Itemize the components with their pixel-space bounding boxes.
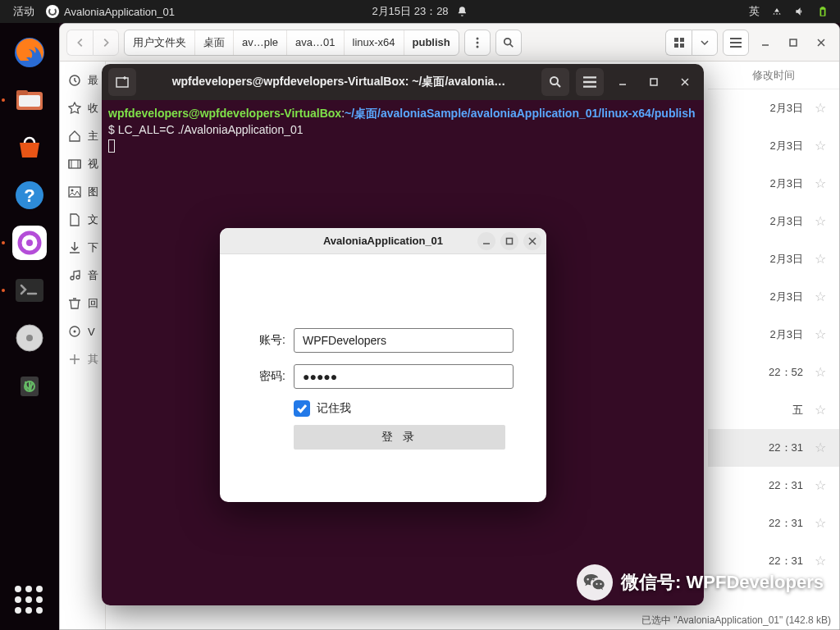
terminal-close-button[interactable] <box>673 70 697 94</box>
svg-rect-20 <box>680 38 684 42</box>
svg-text:?: ? <box>24 185 34 206</box>
files-maximize-button[interactable] <box>782 31 805 54</box>
show-applications-button[interactable] <box>15 586 44 615</box>
network-icon[interactable] <box>771 6 783 17</box>
terminal-cursor <box>108 139 115 153</box>
app-close-button[interactable] <box>523 232 541 250</box>
file-row[interactable]: 2月3日☆ <box>708 89 839 127</box>
files-close-button[interactable] <box>810 31 833 54</box>
login-button[interactable]: 登 录 <box>294 425 505 450</box>
gnome-top-bar: 活动 AvaloniaApplication_01 2月15日 23：28 英 <box>0 0 840 23</box>
sidebar-disk[interactable]: V <box>60 317 105 345</box>
battery-icon[interactable] <box>817 6 829 17</box>
star-icon[interactable]: ☆ <box>815 477 826 493</box>
volume-icon[interactable] <box>794 6 806 17</box>
file-date: 22：31 <box>769 441 803 455</box>
hamburger-menu-button[interactable] <box>723 30 749 56</box>
svg-point-17 <box>476 45 478 48</box>
file-row[interactable]: 2月3日☆ <box>708 316 839 354</box>
sidebar-recent[interactable]: 最 <box>60 66 105 94</box>
remember-me-checkbox[interactable] <box>294 400 310 417</box>
sidebar-pictures[interactable]: 图 <box>60 178 105 206</box>
star-icon[interactable]: ☆ <box>815 100 826 116</box>
dock-terminal[interactable] <box>8 269 51 312</box>
account-input[interactable] <box>294 328 514 353</box>
files-minimize-button[interactable] <box>754 31 777 54</box>
dock-software[interactable] <box>8 126 51 169</box>
terminal-minimize-button[interactable] <box>610 70 635 94</box>
view-grid-button[interactable] <box>665 30 692 56</box>
sidebar-other[interactable]: 其 <box>60 345 105 373</box>
app-minimize-button[interactable] <box>477 232 495 250</box>
file-row[interactable]: 2月3日☆ <box>708 240 839 278</box>
file-row[interactable]: 2月3日☆ <box>708 165 839 203</box>
file-row[interactable]: 2月3日☆ <box>708 278 839 316</box>
svg-point-8 <box>26 240 33 246</box>
star-icon[interactable]: ☆ <box>815 251 826 267</box>
svg-rect-3 <box>19 95 40 107</box>
sidebar-trash[interactable]: 回 <box>60 290 105 317</box>
file-date: 2月3日 <box>770 252 803 267</box>
file-date: 22：31 <box>769 478 803 493</box>
terminal-maximize-button[interactable] <box>641 70 666 94</box>
star-icon[interactable]: ☆ <box>815 515 826 531</box>
dock-help[interactable]: ? <box>8 174 51 217</box>
file-row[interactable]: 五☆ <box>708 391 839 429</box>
view-dropdown-button[interactable] <box>692 30 718 56</box>
sidebar-music[interactable]: 音 <box>60 262 105 290</box>
svg-point-27 <box>71 189 74 192</box>
sidebar-documents[interactable]: 文 <box>60 206 105 234</box>
terminal-headerbar: wpfdevelopers@wpfdevelopers-VirtualBox: … <box>102 64 704 100</box>
file-date: 22：31 <box>769 516 803 531</box>
dock-disc[interactable] <box>8 317 51 359</box>
star-icon[interactable]: ☆ <box>815 440 826 455</box>
file-row[interactable]: 22：31☆ <box>708 467 839 504</box>
file-row[interactable]: 22：31☆ <box>708 504 839 542</box>
input-language-indicator[interactable]: 英 <box>749 4 760 19</box>
file-row[interactable]: 22：52☆ <box>708 354 839 391</box>
app-maximize-button[interactable] <box>500 232 518 250</box>
files-statusbar: 已选中 "AvaloniaApplication_01" (142.8 kB) <box>641 611 831 629</box>
search-button[interactable] <box>495 30 522 56</box>
dock-firefox[interactable] <box>8 31 51 74</box>
file-row[interactable]: 22：31☆ <box>708 429 839 467</box>
star-icon[interactable]: ☆ <box>815 289 826 304</box>
star-icon[interactable]: ☆ <box>815 213 826 229</box>
sidebar-home[interactable]: 主 <box>60 122 105 150</box>
star-icon[interactable]: ☆ <box>815 402 826 418</box>
crumb-1[interactable]: 桌面 <box>195 30 234 55</box>
star-icon[interactable]: ☆ <box>815 176 826 191</box>
crumb-0[interactable]: 用户文件夹 <box>125 30 195 55</box>
notification-bell-icon[interactable] <box>457 6 468 17</box>
file-date: 2月3日 <box>770 214 803 229</box>
activities-button[interactable]: 活动 <box>13 4 34 19</box>
file-row[interactable]: 2月3日☆ <box>708 203 839 240</box>
nav-forward-button[interactable] <box>93 30 119 56</box>
crumb-2[interactable]: av…ple <box>234 30 287 55</box>
column-modified-header[interactable]: 修改时间 <box>708 62 839 89</box>
crumb-5[interactable]: publish <box>404 30 459 55</box>
svg-rect-23 <box>790 39 797 46</box>
dock-files[interactable] <box>8 79 51 121</box>
file-row[interactable]: 2月3日☆ <box>708 127 839 165</box>
path-menu-button[interactable] <box>464 30 491 56</box>
terminal-new-tab-button[interactable] <box>108 68 136 96</box>
file-date: 2月3日 <box>770 176 803 191</box>
terminal-menu-button[interactable] <box>576 68 604 96</box>
dock-trash[interactable] <box>8 364 51 407</box>
clock[interactable]: 2月15日 23：28 <box>372 4 448 19</box>
sidebar-downloads[interactable]: 下 <box>60 234 105 262</box>
star-icon[interactable]: ☆ <box>815 326 826 342</box>
star-icon[interactable]: ☆ <box>815 364 826 380</box>
crumb-3[interactable]: ava…01 <box>287 30 344 55</box>
sidebar-videos[interactable]: 视 <box>60 150 105 178</box>
current-app-indicator[interactable]: AvaloniaApplication_01 <box>46 5 175 18</box>
svg-rect-25 <box>69 160 80 168</box>
terminal-search-button[interactable] <box>541 68 569 96</box>
password-input[interactable] <box>294 364 514 389</box>
crumb-4[interactable]: linux-x64 <box>345 30 404 55</box>
sidebar-starred[interactable]: 收 <box>60 94 105 122</box>
nav-back-button[interactable] <box>66 30 93 56</box>
star-icon[interactable]: ☆ <box>815 138 826 153</box>
dock-avalonia-app[interactable] <box>8 221 51 264</box>
